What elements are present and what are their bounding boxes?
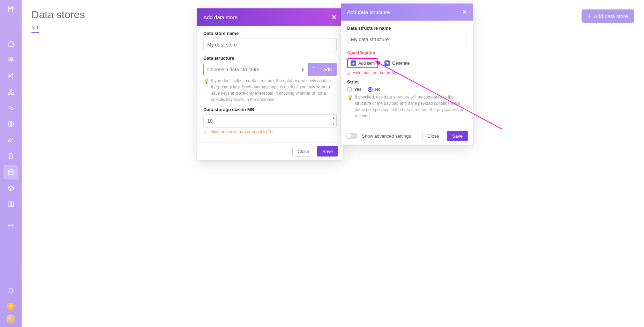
svg-point-9	[8, 225, 9, 226]
modal-title: Add data store	[203, 14, 238, 20]
structure-name-label: Data structure name	[347, 26, 466, 31]
nav-home[interactable]	[3, 36, 18, 51]
advanced-toggle[interactable]	[346, 133, 358, 139]
storage-size-input[interactable]	[203, 114, 337, 128]
save-button[interactable]: Save	[317, 146, 338, 157]
modal-header: Add data structure ×	[341, 3, 473, 21]
sidebar: ?	[0, 0, 22, 327]
nav-notifications[interactable]	[3, 283, 18, 298]
modal-title: Add data structure	[347, 9, 390, 15]
svg-point-6	[8, 140, 11, 142]
nav-keys[interactable]	[3, 133, 18, 147]
bulb-icon: 💡	[347, 94, 352, 119]
plus-square-icon: ＋	[351, 60, 356, 66]
close-button[interactable]: Close	[422, 131, 444, 141]
user-avatar[interactable]	[6, 314, 15, 324]
nav-webhooks[interactable]	[3, 101, 18, 115]
svg-point-8	[8, 170, 13, 172]
nav-share[interactable]	[3, 68, 18, 83]
svg-point-2	[8, 75, 9, 76]
close-icon[interactable]: ×	[463, 8, 466, 16]
validation-error: △ Field must not be empty.	[347, 70, 466, 75]
nav-docs[interactable]	[3, 197, 18, 212]
data-store-name-input[interactable]	[203, 38, 337, 51]
svg-point-3	[12, 73, 13, 74]
name-label: Data store name	[203, 31, 337, 36]
nav-globe[interactable]	[3, 117, 18, 131]
nav-devices[interactable]	[3, 149, 18, 164]
spinner-up-icon[interactable]: ▲	[331, 115, 336, 121]
close-icon[interactable]: ✕	[331, 13, 337, 21]
structure-label: Data structure	[203, 56, 337, 61]
nav-team[interactable]	[3, 52, 18, 67]
add-button-label: Add data store	[594, 13, 628, 19]
size-warning: Must be lower than or equal to 10.	[203, 129, 337, 135]
add-data-structure-modal: Add data structure × Data structure name…	[341, 3, 473, 145]
size-label: Data storage size in MB	[203, 107, 337, 112]
modal-header: Add data store ✕	[197, 8, 343, 26]
add-item-button[interactable]: ＋ Add item	[347, 58, 378, 68]
select-placeholder: Choose a data structure	[207, 67, 259, 72]
svg-point-1	[11, 58, 13, 59]
svg-point-4	[12, 77, 13, 78]
generate-button[interactable]: ✎ Generate	[382, 59, 412, 67]
brand-logo	[5, 3, 16, 15]
advanced-label: Show advanced settings	[362, 133, 419, 139]
warning-icon: △	[347, 70, 350, 75]
nav-datastores[interactable]	[3, 165, 18, 180]
chevron-down-icon: ▼	[301, 67, 305, 72]
add-data-store-modal: Add data store ✕ Data store name Data st…	[197, 8, 343, 160]
svg-point-0	[9, 58, 10, 59]
close-button[interactable]: Close	[292, 146, 314, 157]
svg-point-10	[12, 225, 13, 226]
help-icon: ?	[7, 303, 15, 310]
nav-apps[interactable]	[3, 85, 18, 99]
structure-name-input[interactable]	[347, 33, 466, 46]
nav-packages[interactable]	[3, 181, 18, 196]
nav-git[interactable]	[3, 218, 18, 233]
spinner-down-icon[interactable]: ▼	[331, 121, 336, 127]
plus-icon: +	[588, 13, 591, 19]
number-spinner[interactable]: ▲ ▼	[331, 115, 336, 127]
structure-options-button[interactable]: ⋮	[308, 63, 318, 76]
structure-hint: 💡 If you don't select a data structure, …	[203, 78, 337, 103]
save-button[interactable]: Save	[447, 131, 468, 141]
strict-no-radio[interactable]: No	[368, 87, 381, 92]
svg-rect-7	[9, 154, 12, 159]
specification-label: Specification	[347, 50, 466, 56]
bulb-icon: 💡	[203, 78, 208, 103]
wand-icon: ✎	[384, 60, 390, 66]
tab-all[interactable]: ALL	[31, 26, 39, 35]
data-structure-select[interactable]: Choose a data structure ▼	[203, 63, 308, 76]
strict-label: Strict	[347, 79, 466, 85]
strict-hint: 💡 If checked, this data structure will b…	[347, 94, 466, 119]
add-structure-button[interactable]: Add	[318, 63, 337, 76]
nav-help[interactable]: ?	[3, 299, 18, 314]
strict-yes-radio[interactable]: Yes	[347, 87, 361, 92]
add-data-store-button[interactable]: + Add data store	[582, 9, 634, 23]
